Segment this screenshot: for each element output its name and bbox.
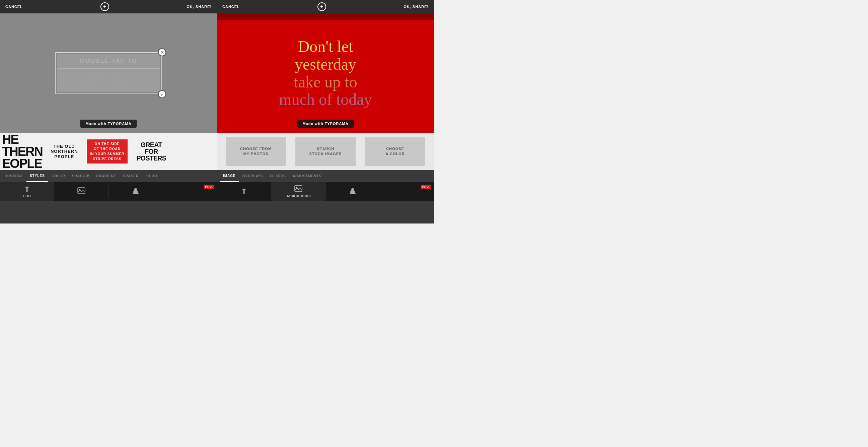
svg-rect-9 <box>351 188 354 191</box>
background-icon <box>294 185 302 194</box>
text-box-top[interactable]: DOUBLE TAP TO <box>57 54 160 69</box>
left-icon-pro[interactable]: PRO <box>163 182 217 201</box>
tab-history[interactable]: HISTORY <box>3 170 27 182</box>
svg-rect-3 <box>133 193 138 194</box>
right-tab-image[interactable]: IMAGE <box>220 170 239 182</box>
svg-rect-2 <box>133 191 138 193</box>
svg-rect-5 <box>295 186 302 192</box>
style-preview-1: THE OLDNORTHERNPEOPLE <box>51 144 78 159</box>
style-item-2[interactable]: ON THE SIDEOF THE ROADIN YOUR SUMMERSTRI… <box>86 137 129 167</box>
right-stamp-icon <box>349 187 356 196</box>
right-canvas-area: Don't let yesterday take up to much of t… <box>217 13 434 133</box>
stamp-icon <box>132 187 139 196</box>
left-icon-image[interactable] <box>54 182 108 201</box>
tab-3dro[interactable]: 3D RO <box>142 170 161 182</box>
right-bottom-area: CHOOSE FROMMY PHOTOS SEARCHSTOCK IMAGES … <box>217 133 434 224</box>
text-box-bottom[interactable]: EDIT TEXT <box>57 69 160 92</box>
style-item-1[interactable]: THE OLDNORTHERNPEOPLE <box>51 137 78 167</box>
quote-line-1: Don't let <box>279 38 372 56</box>
tab-shadow[interactable]: SHADOW <box>69 170 93 182</box>
double-tap-label: DOUBLE TAP TO <box>80 58 137 64</box>
style-preview-0: HETHERNEOPLE <box>2 133 42 170</box>
tab-gradient[interactable]: GRADIENT <box>92 170 119 182</box>
styles-scroll[interactable]: HETHERNEOPLE THE OLDNORTHERNPEOPLE ON TH… <box>0 133 217 170</box>
left-tab-bar: HISTORY STYLES COLOR SHADOW GRADIENT ERA… <box>0 170 217 182</box>
edit-text-label: EDIT TEXT <box>79 75 138 86</box>
style-item-3[interactable]: GREATFORPOSTERS <box>136 137 166 167</box>
right-tab-bar: IMAGE OVERLAYS FILTERS ADJUSTMENTS <box>217 170 434 182</box>
svg-rect-8 <box>350 193 355 194</box>
right-ok-button[interactable]: OK, SHARE! <box>404 5 429 9</box>
left-header: CANCEL + OK, SHARE! <box>0 0 217 13</box>
tab-eraser[interactable]: ERASER <box>120 170 142 182</box>
right-icon-bar: T BACKGROUND <box>217 182 434 201</box>
right-add-button[interactable]: + <box>317 2 326 11</box>
style-preview-2: ON THE SIDEOF THE ROADIN YOUR SUMMERSTRI… <box>86 139 129 164</box>
style-item-0[interactable]: HETHERNEOPLE <box>2 137 42 167</box>
choose-color-button[interactable]: CHOOSEA COLOR <box>365 138 425 166</box>
text-icon-label: TEXT <box>23 195 31 198</box>
left-canvas: ✕ DOUBLE TAP TO EDIT TEXT ↙ Made with TY… <box>0 13 217 133</box>
tab-styles[interactable]: STYLES <box>27 170 48 182</box>
right-panel: CANCEL + OK, SHARE! Don't let yesterday … <box>217 0 434 224</box>
text-box-resize-handle[interactable]: ↙ <box>158 90 166 98</box>
left-icon-bar: T TEXT <box>0 182 217 201</box>
right-tab-filters[interactable]: FILTERS <box>267 170 289 182</box>
image-icon <box>78 187 85 196</box>
cursive-quote: Don't let yesterday take up to much of t… <box>272 31 378 115</box>
right-icon-background[interactable]: BACKGROUND <box>271 182 325 201</box>
svg-rect-0 <box>78 188 85 194</box>
right-text-icon: T <box>242 187 246 196</box>
pro-badge-right: PRO <box>421 185 431 189</box>
right-icon-text[interactable]: T <box>217 182 271 201</box>
right-cancel-button[interactable]: CANCEL <box>222 5 240 9</box>
background-icon-label: BACKGROUND <box>286 195 311 198</box>
right-icon-stamp[interactable] <box>326 182 380 201</box>
tab-color[interactable]: COLOR <box>48 170 69 182</box>
svg-rect-7 <box>350 191 355 193</box>
quote-line-3: take up to <box>279 73 372 91</box>
right-icon-pro[interactable]: PRO <box>380 182 434 201</box>
left-ok-button[interactable]: OK, SHARE! <box>187 5 212 9</box>
right-tab-adjustments[interactable]: ADJUSTMENTS <box>289 170 325 182</box>
quote-line-4: much of today <box>279 91 372 109</box>
left-icon-stamp[interactable] <box>109 182 163 201</box>
style-preview-3: GREATFORPOSTERS <box>136 141 166 161</box>
text-box[interactable]: ✕ DOUBLE TAP TO EDIT TEXT ↙ <box>55 52 162 94</box>
svg-rect-4 <box>134 188 137 191</box>
left-cancel-button[interactable]: CANCEL <box>5 5 23 9</box>
search-stock-button[interactable]: SEARCHSTOCK IMAGES <box>296 138 355 166</box>
text-box-close-button[interactable]: ✕ <box>158 48 166 56</box>
text-icon: T <box>25 185 29 194</box>
right-tab-overlays[interactable]: OVERLAYS <box>239 170 267 182</box>
image-options: CHOOSE FROMMY PHOTOS SEARCHSTOCK IMAGES … <box>217 133 434 170</box>
left-icon-text[interactable]: T TEXT <box>0 182 54 201</box>
right-made-with-badge: Made with TYPORAMA <box>297 120 353 128</box>
left-add-button[interactable]: + <box>100 2 109 11</box>
right-canvas: Don't let yesterday take up to much of t… <box>217 13 434 133</box>
left-canvas-area: ✕ DOUBLE TAP TO EDIT TEXT ↙ Made with TY… <box>0 13 217 133</box>
right-header: CANCEL + OK, SHARE! <box>217 0 434 13</box>
left-made-with-badge: Made with TYPORAMA <box>80 120 136 128</box>
quote-line-2: yesterday <box>279 56 372 73</box>
left-bottom-area: HETHERNEOPLE THE OLDNORTHERNPEOPLE ON TH… <box>0 133 217 224</box>
left-panel: CANCEL + OK, SHARE! ✕ DOUBLE TAP TO EDIT… <box>0 0 217 224</box>
pro-badge-left: PRO <box>204 185 214 189</box>
choose-photos-button[interactable]: CHOOSE FROMMY PHOTOS <box>226 138 286 166</box>
